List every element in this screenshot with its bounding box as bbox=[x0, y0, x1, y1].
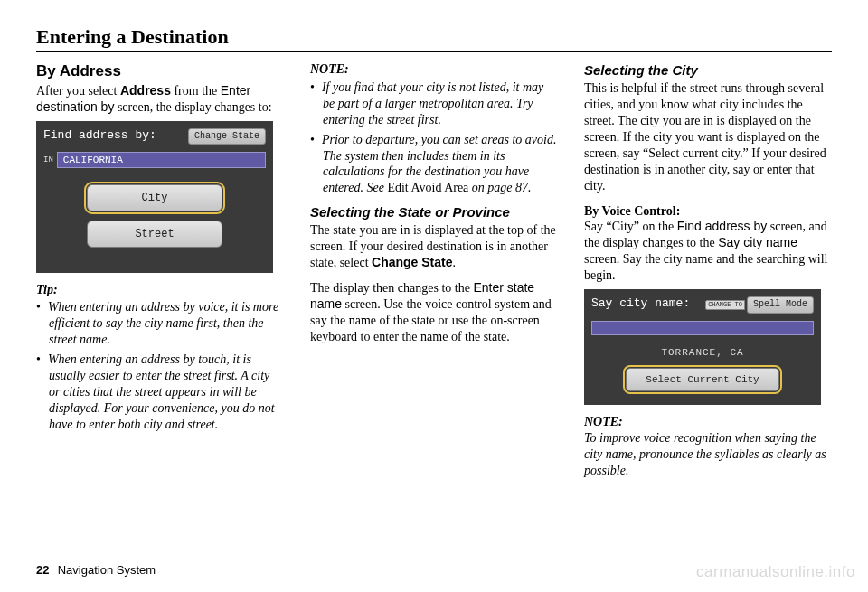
in-label: IN bbox=[43, 155, 53, 166]
vp-s2: Say city name bbox=[718, 235, 797, 249]
city-p1: This is helpful if the street runs throu… bbox=[584, 80, 832, 193]
change-to-label: CHANGE TO bbox=[705, 300, 745, 310]
note-label-c2: NOTE: bbox=[310, 61, 558, 78]
tip-label: Tip: bbox=[36, 282, 284, 298]
spell-mode-button[interactable]: Spell Mode bbox=[747, 296, 814, 314]
footer-label: Navigation System bbox=[58, 563, 156, 577]
note-label-c3: NOTE: bbox=[584, 414, 832, 430]
intro-b1: Address bbox=[120, 83, 171, 98]
state-p2a: The display then changes to the bbox=[310, 281, 473, 295]
state-p1b: Change State bbox=[372, 255, 452, 269]
shot2-center: TORRANCE, CA Select Current City bbox=[591, 346, 814, 391]
voice-control-block: By Voice Control: Say “City” on the Find… bbox=[584, 203, 832, 285]
shot1-center: City Street bbox=[43, 184, 266, 248]
state-field[interactable]: CALIFORNIA bbox=[57, 152, 266, 168]
note-item-1: If you find that your city is not listed… bbox=[310, 80, 558, 128]
shot1-title-row: Find address by: Change State bbox=[43, 128, 266, 146]
shot2-title-row: Say city name: CHANGE TO Spell Mode bbox=[591, 296, 814, 314]
shot2-title: Say city name: bbox=[591, 296, 690, 312]
intro-t1: After you select bbox=[36, 84, 120, 98]
h2-by-address: By Address bbox=[36, 61, 284, 81]
n2b: Edit Avoid Area bbox=[387, 181, 468, 194]
watermark: carmanualsonline.info bbox=[696, 563, 855, 581]
intro-t3: screen, the display changes to: bbox=[114, 100, 271, 114]
say-city-screenshot: Say city name: CHANGE TO Spell Mode TORR… bbox=[584, 289, 821, 405]
columns: By Address After you select Address from… bbox=[36, 61, 832, 540]
h3-state: Selecting the State or Province bbox=[310, 203, 558, 221]
tip-item-1: When entering an address by voice, it is… bbox=[36, 299, 284, 348]
vp-t1: Say “City” on the bbox=[584, 220, 677, 233]
street-button[interactable]: Street bbox=[87, 221, 222, 248]
intro-paragraph: After you select Address from the Enter … bbox=[36, 83, 284, 116]
title-rule bbox=[36, 51, 832, 52]
find-address-screenshot: Find address by: Change State IN CALIFOR… bbox=[36, 121, 273, 273]
intro-t2: from the bbox=[171, 84, 221, 98]
shot2-in-row bbox=[591, 321, 814, 335]
city-button[interactable]: City bbox=[87, 184, 222, 211]
select-current-city-button[interactable]: Select Current City bbox=[626, 368, 779, 391]
found-city: TORRANCE, CA bbox=[591, 346, 814, 359]
page-number: 22 bbox=[36, 563, 49, 577]
n2c: on page 87. bbox=[468, 181, 531, 194]
change-state-button[interactable]: Change State bbox=[188, 128, 266, 146]
state-p2: The display then changes to the Enter st… bbox=[310, 280, 558, 345]
voice-label: By Voice Control: bbox=[584, 204, 680, 218]
page-title: Entering a Destination bbox=[36, 25, 832, 49]
page: Entering a Destination By Address After … bbox=[0, 0, 868, 592]
col-2: NOTE: If you find that your city is not … bbox=[297, 61, 571, 540]
vp-t3: screen. Say the city name and the search… bbox=[584, 252, 827, 282]
shot1-in-row: IN CALIFORNIA bbox=[43, 152, 266, 168]
tip-item-2: When entering an address by touch, it is… bbox=[36, 352, 284, 433]
vp-s1: Find address by bbox=[677, 219, 768, 233]
col-3: Selecting the City This is helpful if th… bbox=[571, 61, 832, 540]
footer: 22 Navigation System bbox=[36, 563, 156, 578]
note-text-c3: To improve voice recognition when saying… bbox=[584, 430, 832, 479]
shot2-pillgroup: CHANGE TO Spell Mode bbox=[705, 296, 814, 314]
note-list-c2: If you find that your city is not listed… bbox=[310, 80, 558, 196]
state-p1: The state you are in is displayed at the… bbox=[310, 222, 558, 271]
city-name-field[interactable] bbox=[591, 321, 814, 335]
col-1: By Address After you select Address from… bbox=[36, 61, 297, 540]
h3-city: Selecting the City bbox=[584, 61, 832, 79]
state-p1c: . bbox=[453, 256, 457, 269]
tip-list: When entering an address by voice, it is… bbox=[36, 299, 284, 432]
note-item-2: Prior to departure, you can set areas to… bbox=[310, 132, 558, 197]
shot1-title: Find address by: bbox=[43, 128, 156, 144]
state-p2c: screen. Use the voice control system and… bbox=[310, 297, 552, 343]
